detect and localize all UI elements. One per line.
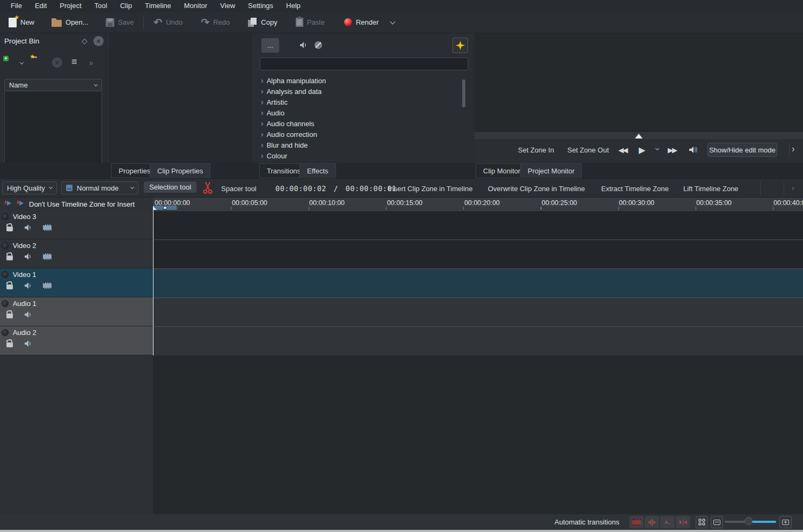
track-lane[interactable]	[153, 297, 803, 326]
volume-icon[interactable]	[688, 145, 698, 156]
menu-help[interactable]: Help	[280, 0, 307, 12]
zoom-fit-button[interactable]	[696, 516, 708, 528]
menu-project[interactable]: Project	[53, 0, 87, 12]
close-panel-icon[interactable]: ×	[93, 36, 104, 46]
float-panel-icon[interactable]: ◇	[82, 37, 87, 45]
show-audio-thumbnails-button[interactable]	[645, 516, 659, 528]
tab-effects[interactable]: Effects	[300, 163, 336, 178]
edit-mode-toggle-button[interactable]: Show/Hide edit mode	[707, 143, 777, 157]
mute-track-icon[interactable]	[24, 340, 32, 347]
toolbar-chevron-down-icon[interactable]	[390, 19, 395, 24]
effect-category[interactable]: ›Artistic	[252, 97, 472, 107]
zoom-slider-handle[interactable]	[744, 517, 753, 525]
hide-track-icon[interactable]	[43, 224, 52, 231]
play-options-chevron-icon[interactable]	[655, 147, 659, 150]
track-header[interactable]: Video 2	[0, 239, 153, 268]
render-button[interactable]: Render	[339, 14, 384, 31]
spacer-tool-button[interactable]: Spacer tool	[221, 185, 257, 193]
timeline-playhead[interactable]	[153, 206, 154, 355]
menu-edit[interactable]: Edit	[28, 0, 53, 12]
mute-track-icon[interactable]	[24, 311, 32, 318]
effect-category[interactable]: ›Alpha manipulation	[252, 75, 472, 86]
rewind-icon[interactable]: ◀◀	[618, 146, 627, 154]
track-target-indicator[interactable]	[2, 300, 9, 307]
custom-effects-button[interactable]	[314, 41, 323, 51]
video-target-icon[interactable]	[4, 199, 12, 209]
overwrite-zone-button[interactable]: Overwrite Clip Zone in Timeline	[488, 185, 585, 193]
razor-tool-icon[interactable]	[202, 181, 213, 196]
effects-scrollbar-thumb[interactable]	[462, 79, 465, 107]
bin-options-icon[interactable]: ≡	[71, 56, 77, 68]
automatic-transitions-label[interactable]: Automatic transitions	[554, 518, 619, 526]
track-target-indicator[interactable]	[2, 271, 9, 278]
zoom-in-button[interactable]	[779, 516, 792, 528]
monitor-position-marker[interactable]	[635, 134, 643, 139]
hide-track-icon[interactable]	[43, 282, 52, 289]
monitor-overflow-icon[interactable]: ›	[792, 143, 794, 155]
open-button[interactable]: Open...	[46, 14, 94, 31]
copy-button[interactable]: Copy	[243, 14, 282, 31]
mute-track-icon[interactable]	[24, 282, 32, 289]
extract-zone-button[interactable]: Extract Timeline Zone	[601, 185, 669, 193]
menu-settings[interactable]: Settings	[242, 0, 280, 12]
zoom-out-button[interactable]	[711, 516, 723, 528]
bin-sort-header[interactable]: Name	[4, 79, 102, 91]
mute-track-icon[interactable]	[24, 253, 32, 260]
insert-zone-button[interactable]: Insert Clip Zone in Timeline	[388, 185, 473, 193]
audio-effects-button[interactable]	[299, 41, 308, 51]
timeline-ruler[interactable]: 00:00:00:00 00:00:05:00 00:00:10:00 00:0…	[153, 198, 803, 210]
lock-track-icon[interactable]	[6, 227, 13, 231]
zone-handle[interactable]	[163, 206, 167, 209]
lift-zone-button[interactable]: Lift Timeline Zone	[683, 185, 739, 193]
selection-tool-button[interactable]: Selection tool	[144, 181, 196, 193]
mute-track-icon[interactable]	[24, 224, 32, 231]
quality-combobox[interactable]: High Quality	[2, 181, 57, 194]
menu-tool[interactable]: Tool	[88, 0, 114, 12]
track-lane[interactable]	[153, 326, 803, 355]
menu-view[interactable]: View	[214, 0, 242, 12]
tab-project-monitor[interactable]: Project Monitor	[520, 163, 582, 178]
effects-search-input[interactable]	[260, 57, 468, 70]
fast-forward-icon[interactable]: ▶▶	[668, 146, 676, 154]
track-header[interactable]: Audio 1	[0, 297, 153, 326]
track-header[interactable]: Video 3	[0, 210, 153, 239]
effect-category[interactable]: ›Analysis and data	[252, 86, 472, 97]
favorite-effects-button[interactable]	[452, 38, 468, 53]
effect-category[interactable]: ›Audio correction	[252, 129, 472, 140]
snap-button[interactable]	[676, 516, 690, 528]
audio-target-icon[interactable]	[17, 199, 25, 209]
timeline-zone-bar[interactable]	[153, 206, 178, 210]
monitor-seek-bar[interactable]	[474, 132, 803, 139]
show-markers-button[interactable]: A..	[660, 516, 675, 528]
track-lane[interactable]	[153, 268, 803, 297]
track-target-indicator[interactable]	[2, 329, 9, 336]
effect-category[interactable]: ›Audio	[252, 107, 472, 118]
track-header[interactable]: Audio 2	[0, 326, 153, 355]
set-zone-in-button[interactable]: Set Zone In	[518, 146, 554, 154]
lock-track-icon[interactable]	[6, 314, 13, 318]
track-header[interactable]: Video 1	[0, 268, 153, 297]
timeline-empty-area[interactable]	[153, 355, 803, 514]
lock-track-icon[interactable]	[6, 342, 13, 347]
hide-track-icon[interactable]	[43, 253, 52, 260]
play-icon[interactable]: ▶	[639, 145, 645, 155]
menu-file[interactable]: File	[4, 0, 28, 12]
add-clip-chevron-icon[interactable]	[20, 61, 24, 64]
menu-clip[interactable]: Clip	[114, 0, 138, 12]
new-button[interactable]: ★ New	[3, 14, 40, 31]
project-bin-list[interactable]	[4, 91, 102, 173]
menu-timeline[interactable]: Timeline	[138, 0, 178, 12]
effect-category[interactable]: ›Blur and hide	[252, 140, 472, 150]
track-lane[interactable]	[153, 210, 803, 239]
menu-monitor[interactable]: Monitor	[178, 0, 214, 12]
tab-clip-properties[interactable]: Clip Properties	[150, 163, 210, 178]
track-target-indicator[interactable]	[2, 242, 9, 249]
track-lane[interactable]	[153, 239, 803, 268]
lock-track-icon[interactable]	[6, 256, 13, 260]
effect-category[interactable]: ›Audio channels	[252, 118, 472, 129]
lock-track-icon[interactable]	[6, 285, 13, 289]
set-zone-out-button[interactable]: Set Zone Out	[567, 146, 609, 154]
effect-category[interactable]: ›Colour	[252, 150, 472, 161]
show-all-effects-button[interactable]: ...	[261, 38, 279, 53]
track-target-indicator[interactable]	[2, 213, 9, 220]
